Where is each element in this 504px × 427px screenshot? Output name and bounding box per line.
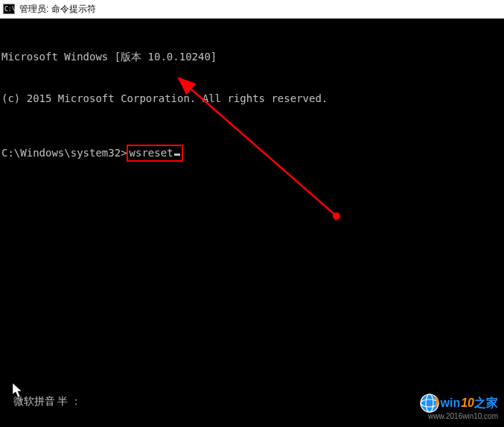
- terminal-cursor: [174, 154, 180, 156]
- command-highlight-box: wsreset: [127, 145, 183, 162]
- window-title: 管理员: 命令提示符: [19, 3, 96, 16]
- cmd-icon: C:\: [3, 4, 15, 14]
- ime-status-text: 微软拼音 半 ：: [13, 395, 82, 407]
- window-titlebar: C:\ 管理员: 命令提示符: [0, 0, 504, 19]
- terminal-output-line: Microsoft Windows [版本 10.0.10240]: [1, 50, 503, 64]
- globe-icon: [420, 393, 439, 413]
- watermark-brand: win 10 之家: [420, 393, 498, 413]
- annotation-arrow: [0, 19, 504, 406]
- svg-point-1: [333, 212, 340, 220]
- watermark-url: www.2016win10.com: [428, 411, 498, 422]
- watermark: win 10 之家 www.2016win10.com: [420, 393, 498, 422]
- terminal-prompt-line: C:\Windows\system32> wsreset: [1, 145, 503, 162]
- ime-status-bar: 微软拼音 半 ：: [1, 380, 81, 423]
- terminal-prompt: C:\Windows\system32>: [1, 146, 127, 160]
- terminal-output-line: (c) 2015 Microsoft Corporation. All righ…: [1, 92, 503, 106]
- terminal-area[interactable]: Microsoft Windows [版本 10.0.10240] (c) 20…: [0, 19, 504, 427]
- cmd-icon-label: C:\: [4, 6, 15, 13]
- watermark-text: win 10 之家: [441, 395, 498, 411]
- terminal-command: wsreset: [130, 146, 173, 160]
